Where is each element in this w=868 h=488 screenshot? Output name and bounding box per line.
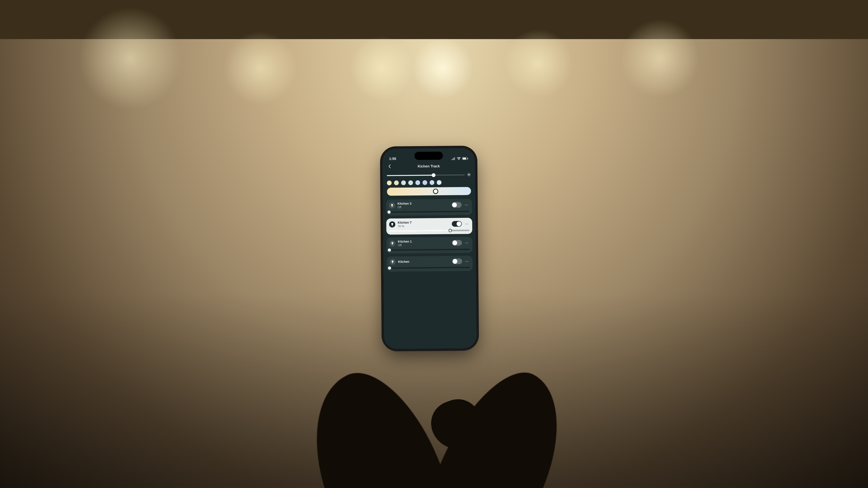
device-toggle[interactable] <box>452 258 462 264</box>
slider-thumb[interactable] <box>388 248 391 252</box>
slider-thumb[interactable] <box>388 266 391 270</box>
device-card-header: Kitchen 776 %⋯ <box>389 220 469 228</box>
device-toggle[interactable] <box>452 202 462 208</box>
device-brightness-slider[interactable] <box>390 249 470 251</box>
bulb-icon <box>389 221 395 228</box>
device-brightness-slider[interactable] <box>389 211 469 213</box>
svg-rect-2 <box>468 158 468 159</box>
device-more-button[interactable]: ⋯ <box>464 222 469 226</box>
bulb-icon <box>389 202 395 209</box>
bulb-icon <box>389 240 396 247</box>
back-button[interactable] <box>387 163 393 169</box>
slider-fill <box>387 175 434 176</box>
device-more-button[interactable]: ⋯ <box>465 259 470 263</box>
device-titles: Kitchen 1Off <box>398 239 450 247</box>
color-preset-2[interactable] <box>401 181 406 185</box>
device-titles: Kitchen 776 % <box>398 220 450 228</box>
thumb-silhouette <box>425 393 489 457</box>
slider-track <box>387 174 465 176</box>
color-preset-0[interactable] <box>387 181 392 185</box>
device-list: Kitchen 3Off⋯Kitchen 776 %⋯Kitchen 1Off⋯… <box>383 199 476 349</box>
device-card-header: Kitchen 1Off⋯ <box>389 239 469 247</box>
app-screen: 1:56 Kichen Track <box>382 148 476 349</box>
color-temperature-slider[interactable] <box>387 187 471 196</box>
toggle-knob <box>452 202 457 207</box>
color-preset-6[interactable] <box>430 180 434 185</box>
device-name: Kitchen 1 <box>398 239 450 243</box>
ct-slider-thumb[interactable] <box>433 189 438 194</box>
nav-header: Kichen Track <box>382 161 475 171</box>
svg-point-3 <box>468 174 470 175</box>
svg-line-10 <box>468 175 468 176</box>
color-preset-row <box>387 180 471 185</box>
brightness-icon <box>467 173 471 177</box>
slider-fill <box>389 230 450 232</box>
device-more-button[interactable]: ⋯ <box>464 241 469 245</box>
color-preset-4[interactable] <box>415 180 420 185</box>
device-card[interactable]: Kitchen 776 %⋯ <box>386 218 472 235</box>
slider-thumb[interactable] <box>448 229 452 232</box>
page-title: Kichen Track <box>418 164 440 168</box>
bulb-icon <box>390 259 396 265</box>
device-card[interactable]: Kitchen⋯ <box>386 256 473 272</box>
toggle-knob <box>453 240 457 245</box>
device-card[interactable]: Kitchen 3Off⋯ <box>386 199 472 216</box>
color-preset-1[interactable] <box>394 181 399 185</box>
hand-silhouette-left <box>283 355 476 488</box>
device-status: 76 % <box>398 224 450 228</box>
color-preset-7[interactable] <box>437 180 441 185</box>
device-card-header: Kitchen⋯ <box>390 258 470 265</box>
device-card-header: Kitchen 3Off⋯ <box>389 201 469 209</box>
hand-silhouette-right <box>406 355 589 488</box>
svg-rect-1 <box>463 158 466 160</box>
phone-frame: 1:56 Kichen Track <box>382 148 476 349</box>
slider-thumb[interactable] <box>432 173 435 177</box>
device-status: Off <box>398 243 450 247</box>
device-toggle[interactable] <box>452 240 462 246</box>
device-brightness-slider[interactable] <box>390 267 470 269</box>
device-status: Off <box>398 205 450 209</box>
device-titles: Kitchen <box>398 260 450 264</box>
group-brightness-slider[interactable] <box>387 173 471 177</box>
device-brightness-slider[interactable] <box>389 230 469 232</box>
chevron-left-icon <box>388 164 391 168</box>
dynamic-island <box>414 152 443 160</box>
toggle-knob <box>453 259 457 264</box>
device-more-button[interactable]: ⋯ <box>464 203 469 207</box>
toggle-knob <box>457 221 461 226</box>
device-toggle[interactable] <box>452 221 462 227</box>
device-titles: Kitchen 3Off <box>398 201 450 209</box>
battery-icon <box>462 157 468 160</box>
signal-icon <box>451 157 456 160</box>
status-indicators <box>451 157 468 160</box>
device-name: Kitchen 3 <box>398 201 450 205</box>
device-name: Kitchen 7 <box>398 220 450 224</box>
device-name: Kitchen <box>398 260 450 264</box>
slider-thumb[interactable] <box>388 210 391 214</box>
wifi-icon <box>457 157 461 160</box>
status-time: 1:56 <box>389 157 396 161</box>
color-preset-3[interactable] <box>408 180 413 185</box>
device-card[interactable]: Kitchen 1Off⋯ <box>386 237 473 254</box>
color-preset-5[interactable] <box>423 180 427 185</box>
